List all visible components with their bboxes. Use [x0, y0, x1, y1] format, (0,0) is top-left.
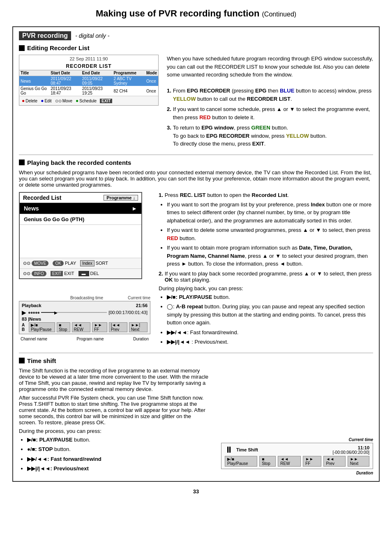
exit-key: EXIT — [51, 271, 63, 276]
section-marker-icon — [19, 358, 25, 363]
col-start: Start Date — [49, 70, 81, 76]
timeshift-bar: ⏸ Time Shift 11:10 [-00:00:06/00:20:00] … — [221, 443, 373, 469]
ctrl-exit: EXIT EXIT — [51, 271, 74, 276]
list-item: ▶▶/◄◄: Fast forward/rewind. — [167, 328, 373, 337]
move-key: MOVE — [32, 261, 48, 266]
cell-start: 2011/09/22 08:47 — [49, 76, 81, 86]
playback-time: 21:56 — [136, 303, 148, 308]
duration-label: Duration — [133, 337, 149, 341]
ts-next-btn[interactable]: ►► Next — [348, 456, 369, 467]
playback-top: Playback 21:56 — [22, 303, 148, 308]
list-item-genius[interactable]: Genius Go Go Go (PTH) — [20, 214, 141, 225]
playback-container: Broadcasting time Current time Playback … — [19, 296, 150, 341]
list-item: ▶▶|/|◄◄ : Previous/next. — [167, 338, 373, 346]
rew-btn[interactable]: ◄◄ REW — [72, 322, 90, 332]
instruction-1: 1. From EPG RECORDER (pressing EPG then … — [167, 87, 373, 103]
stop-btn[interactable]: ■ Stop — [57, 322, 70, 332]
cell-end: 2011/09/23 19:25 — [81, 86, 113, 96]
playback-intro: When your scheduled programs have been r… — [19, 169, 373, 188]
recorder-actions: ● Delete ● Edit ⊙⊙ Move ● Schedule — [19, 96, 158, 105]
playback-left: Recorded List Programme ↓ News ► Genius … — [19, 192, 150, 349]
edit-btn[interactable]: ● Edit — [41, 98, 51, 104]
list-item: ◯: A-B repeat button. During play, you c… — [167, 303, 373, 327]
ts-rew-btn[interactable]: ◄◄ REW — [278, 456, 301, 467]
recorder-table: Title Start Date End Date Programme Mode… — [19, 70, 158, 96]
playpause-btn[interactable]: ▶/■ Play/Pause — [29, 322, 55, 332]
playback-right: 1. Press REC. LIST button to open the Re… — [159, 192, 373, 349]
cell-title: News — [19, 76, 49, 86]
timeshift-layout: Time Shift function is the recording of … — [19, 368, 373, 475]
ts-playpause-btn[interactable]: ▶/■ Play/Pause — [225, 456, 257, 467]
info-key: INFO — [32, 271, 46, 276]
instruction-3: 3. To return to EPG window, press GREEN … — [167, 124, 373, 148]
pb-bullets-1: If you want to sort the program list by … — [159, 201, 373, 268]
program-name-label: Program name — [77, 337, 104, 341]
red-dot-icon: ● — [22, 98, 25, 104]
prev-btn[interactable]: |◄◄ Prev — [109, 322, 127, 332]
cell-programme: 2 ABC TV Sydney — [112, 76, 145, 86]
page-number: 33 — [12, 488, 380, 495]
pause-icon: ⏸ — [225, 446, 233, 454]
green-dot-icon: ● — [76, 98, 78, 104]
list-item: ●/■: STOP button. — [27, 445, 209, 453]
ts-stop-btn[interactable]: ■ Stop — [259, 456, 276, 467]
recorder-desc: When you have scheduled future program r… — [167, 55, 373, 79]
ctrl-move: ⊙⊙ MOVE — [23, 260, 48, 266]
ts-prev-btn[interactable]: ◄◄ Prev — [323, 456, 345, 467]
col-mode: Mode — [145, 70, 158, 76]
current-time-annotation: Current time — [217, 437, 373, 442]
list-item: If you want to sort the program list by … — [167, 201, 373, 225]
recorded-list-box: Recorded List Programme ↓ News ► Genius … — [19, 192, 142, 279]
ts-pause-area: ⏸ Time Shift — [225, 445, 258, 455]
ctrl-info: ⊙⊙ INFO — [23, 271, 46, 276]
cell-end: 2011/09/22 09:05 — [81, 76, 113, 86]
playback-label: Playback — [22, 303, 42, 308]
next-btn[interactable]: ►►| Next — [129, 322, 148, 332]
sort-button[interactable]: Programme ↓ — [104, 195, 138, 201]
list-item: If you want to obtain more program infor… — [167, 244, 373, 268]
list-item: ▶▶/◄◄: Fast forward/rewind — [27, 455, 209, 463]
instruction-2: 2. If you want to cancel some schedule, … — [167, 105, 373, 121]
schedule-btn[interactable]: ● Schedule — [76, 98, 97, 104]
cell-mode: Once — [145, 86, 158, 96]
ts-time-area: 11:10 [-00:00:06/00:20:00] — [332, 445, 369, 455]
channel-badge: 83 |News — [22, 317, 41, 321]
ab-label: A B — [22, 323, 27, 332]
section-marker-icon — [19, 160, 25, 165]
table-row: News 2011/09/22 08:47 2011/09/22 09:05 2… — [19, 76, 158, 86]
delete-btn[interactable]: ● Delete — [22, 98, 37, 104]
recorded-list-controls-2: ⊙⊙ INFO EXIT EXIT ▬ DEL — [20, 268, 141, 278]
pb-instruction-2: 2. If you want to play back some recorde… — [159, 271, 373, 283]
ts-ff-btn[interactable]: ►► FF — [303, 456, 321, 467]
cell-start: 2011/09/23 18:47 — [49, 86, 81, 96]
timeshift-para-3: During the process, you can press: — [19, 428, 209, 434]
move-btn[interactable]: ⊙⊙ Move — [55, 99, 72, 103]
recorder-list-box: 22 Sep 2011 11:90 RECORDER LIST Title St… — [19, 55, 159, 106]
ff-btn[interactable]: ►► FF — [92, 322, 107, 332]
playback-labels: Channel name Program name Duration — [19, 337, 150, 341]
recorder-right-col: When you have scheduled future program r… — [167, 55, 373, 150]
index-key: Index — [80, 260, 94, 266]
col-programme: Programme — [112, 70, 145, 76]
arrow-right-icon: ► — [131, 205, 137, 212]
ctrl-del: ▬ DEL — [78, 271, 99, 276]
list-item-news[interactable]: News ► — [20, 203, 141, 214]
pvr-title: PVR recording — [19, 31, 71, 40]
exit-btn[interactable]: EXIT — [100, 99, 112, 103]
list-item: If you want to delete some unwanted prog… — [167, 226, 373, 242]
progress-marker: ▶ — [54, 310, 58, 315]
ts-top: ⏸ Time Shift 11:10 [-00:00:06/00:20:00] — [225, 445, 369, 455]
current-time-label: Current time — [128, 296, 150, 300]
recorder-left-col: 22 Sep 2011 11:90 RECORDER LIST Title St… — [19, 55, 159, 150]
ts-time-code: [-00:00:06/00:20:00] — [332, 450, 369, 455]
list-item: ▶▶|/|◄◄: Previous/next — [27, 465, 209, 473]
playback-progress-row: ▶ ●●●●● ▶ [00:00:17/00:01:43] — [22, 309, 148, 316]
cell-title: Genius Go Go Go — [19, 86, 49, 96]
playback-controls-row: A B ▶/■ Play/Pause ■ Stop ◄◄ REW ►► FF |… — [22, 322, 148, 332]
pvr-recording-section: PVR recording - digital only - Editing R… — [12, 26, 380, 482]
table-row: Genius Go Go Go 2011/09/23 18:47 2011/09… — [19, 86, 158, 96]
ok-key: OK — [53, 261, 63, 266]
cell-programme: 82 CH4 — [112, 86, 145, 96]
progress-fill — [41, 312, 54, 313]
section-marker-icon — [19, 45, 25, 51]
